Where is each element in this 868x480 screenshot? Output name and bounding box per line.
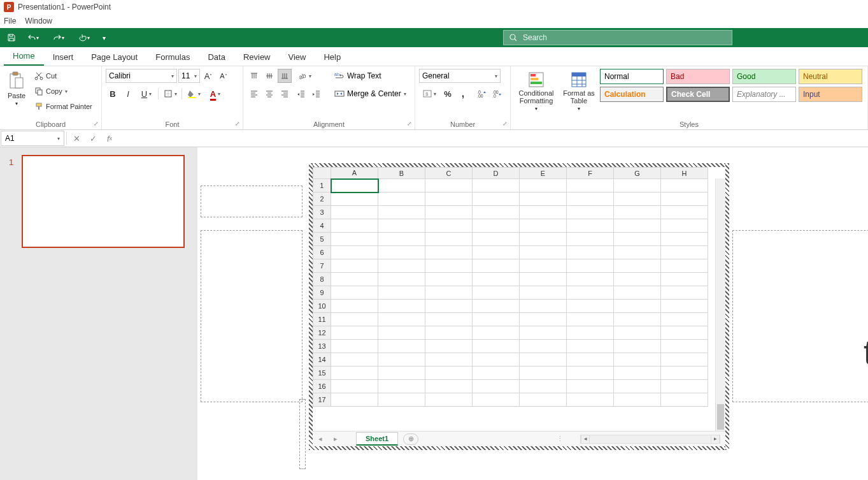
qat-more-button[interactable]: ▾ — [73, 30, 96, 45]
cell[interactable] — [520, 179, 567, 193]
cell[interactable] — [567, 273, 614, 286]
cell[interactable] — [331, 340, 378, 353]
column-header[interactable]: F — [567, 168, 614, 179]
cell[interactable] — [378, 179, 425, 193]
format-as-table-button[interactable]: Format as Table▾ — [560, 69, 597, 112]
menu-file[interactable]: File — [4, 17, 16, 25]
cell[interactable] — [614, 367, 661, 380]
cell[interactable] — [425, 393, 473, 407]
sheet-tab[interactable]: Sheet1 — [356, 432, 398, 446]
cell[interactable] — [567, 286, 614, 300]
cell[interactable] — [614, 273, 661, 286]
cell[interactable] — [567, 313, 614, 326]
row-header[interactable]: 12 — [313, 326, 331, 340]
cell[interactable] — [425, 353, 473, 367]
paste-button[interactable]: Paste ▾ — [4, 69, 29, 106]
cell[interactable] — [614, 340, 661, 353]
decrease-decimal-button[interactable]: .00.0 — [490, 87, 504, 101]
cell[interactable] — [331, 353, 378, 367]
style-explanatory[interactable]: Explanatory ... — [732, 87, 796, 102]
cell[interactable] — [614, 380, 661, 393]
cell[interactable] — [425, 273, 473, 286]
font-name-combo[interactable]: Calibri▾ — [106, 69, 177, 83]
sheet-nav-prev[interactable]: ◂ — [313, 435, 328, 443]
cell[interactable] — [378, 340, 425, 353]
increase-indent-button[interactable] — [309, 87, 324, 101]
cell[interactable] — [520, 300, 567, 313]
cell[interactable] — [661, 206, 708, 219]
cell[interactable] — [425, 313, 473, 326]
cell[interactable] — [614, 246, 661, 259]
cell[interactable] — [331, 259, 378, 273]
cell[interactable] — [661, 300, 708, 313]
style-bad[interactable]: Bad — [666, 69, 730, 84]
cell[interactable] — [331, 206, 378, 219]
cell[interactable] — [425, 246, 473, 259]
cell[interactable] — [331, 219, 378, 233]
cell[interactable] — [567, 367, 614, 380]
cell[interactable] — [520, 313, 567, 326]
cell[interactable] — [614, 300, 661, 313]
align-center-button[interactable] — [262, 87, 276, 101]
borders-button[interactable]: ▾ — [160, 87, 180, 101]
row-header[interactable]: 8 — [313, 273, 331, 286]
cell[interactable] — [520, 273, 567, 286]
cell[interactable] — [425, 206, 473, 219]
cell[interactable] — [473, 300, 520, 313]
cell[interactable] — [331, 233, 378, 246]
cell[interactable] — [520, 367, 567, 380]
tab-data[interactable]: Data — [199, 48, 234, 66]
row-header[interactable]: 5 — [313, 233, 331, 246]
cancel-formula-button[interactable]: ✕ — [68, 134, 85, 143]
save-button[interactable] — [4, 30, 19, 45]
sheet-nav-next[interactable]: ▸ — [328, 435, 343, 443]
cell[interactable] — [520, 286, 567, 300]
cell[interactable] — [520, 219, 567, 233]
cell[interactable] — [331, 367, 378, 380]
align-middle-button[interactable] — [262, 69, 276, 83]
number-format-combo[interactable]: General▾ — [419, 69, 501, 83]
format-painter-button[interactable]: Format Painter — [32, 99, 95, 113]
underline-button[interactable]: U▾ — [136, 87, 157, 101]
alignment-launcher[interactable]: ⤢ — [407, 120, 412, 127]
cell[interactable] — [520, 206, 567, 219]
cell[interactable] — [378, 313, 425, 326]
cell[interactable] — [473, 273, 520, 286]
cell[interactable] — [567, 340, 614, 353]
cell[interactable] — [520, 193, 567, 206]
cell[interactable] — [520, 326, 567, 340]
cell[interactable] — [425, 380, 473, 393]
cell[interactable] — [331, 246, 378, 259]
cell[interactable] — [378, 273, 425, 286]
embedded-spreadsheet[interactable]: ABCDEFGH1234567891011121314151617 ◂ ▸ Sh… — [309, 163, 729, 450]
cell[interactable] — [331, 286, 378, 300]
menu-window[interactable]: Window — [25, 17, 52, 25]
cell[interactable] — [473, 179, 520, 193]
tab-formulas[interactable]: Formulas — [146, 48, 199, 66]
style-normal[interactable]: Normal — [600, 69, 664, 84]
cell[interactable] — [378, 219, 425, 233]
cell[interactable] — [661, 393, 708, 407]
cell[interactable] — [378, 367, 425, 380]
cell[interactable] — [331, 179, 378, 193]
cell[interactable] — [661, 246, 708, 259]
cell[interactable] — [473, 206, 520, 219]
decrease-indent-button[interactable] — [294, 87, 308, 101]
cell[interactable] — [331, 380, 378, 393]
cell[interactable] — [567, 259, 614, 273]
cell[interactable] — [473, 193, 520, 206]
cell[interactable] — [614, 353, 661, 367]
cut-button[interactable]: Cut — [32, 69, 95, 83]
cell[interactable] — [425, 233, 473, 246]
increase-decimal-button[interactable]: .0.00 — [475, 87, 489, 101]
tab-review[interactable]: Review — [234, 48, 280, 66]
row-header[interactable]: 2 — [313, 193, 331, 206]
style-good[interactable]: Good — [732, 69, 796, 84]
cell[interactable] — [567, 206, 614, 219]
cell[interactable] — [614, 233, 661, 246]
row-header[interactable]: 1 — [313, 179, 331, 193]
merge-center-button[interactable]: Merge & Center ▾ — [334, 87, 406, 101]
cell[interactable] — [614, 326, 661, 340]
comma-button[interactable]: , — [456, 87, 470, 101]
cell[interactable] — [614, 259, 661, 273]
